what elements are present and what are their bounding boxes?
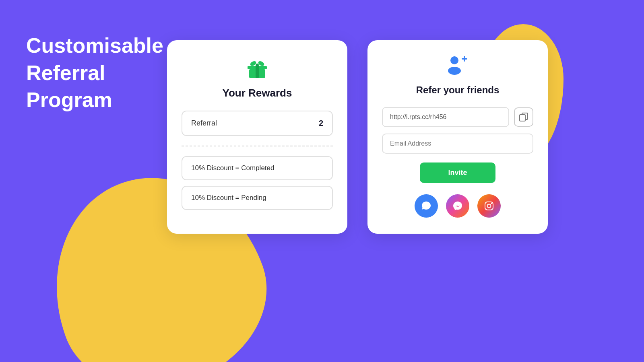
gift-icon [244,55,270,80]
refer-title: Refer your friends [416,84,500,96]
svg-rect-13 [520,115,525,121]
add-friend-icon [446,53,470,77]
referral-count: 2 [319,119,323,128]
reward-item-1: 10% Discount = Completed [182,156,333,180]
hero-line3: Program [26,88,112,111]
hero-text-block: Customisable Referral Program [26,32,163,114]
email-input[interactable] [382,134,533,154]
svg-point-15 [487,204,491,208]
svg-rect-11 [464,56,465,62]
messenger-share-button[interactable] [446,194,469,218]
cards-area: Your Rewards Referral 2 10% Discount = C… [167,40,548,234]
instagram-share-button[interactable] [477,194,501,218]
divider [182,146,333,146]
copy-link-button[interactable] [514,107,533,127]
svg-point-16 [491,203,492,204]
referral-row: Referral 2 [182,111,333,136]
hero-line1: Customisable [26,34,163,57]
copy-icon [519,113,528,121]
referral-label: Referral [191,119,217,128]
chat-icon [421,201,431,211]
social-row [415,194,501,218]
rewards-title: Your Rewards [223,87,292,99]
refer-card: Refer your friends Invite [367,40,548,234]
rewards-card: Your Rewards Referral 2 10% Discount = C… [167,40,347,234]
messenger-icon [452,201,463,211]
reward-item-2: 10% Discount = Pending [182,186,333,210]
instagram-icon [484,201,494,211]
svg-point-7 [256,64,259,67]
svg-point-8 [450,56,458,64]
hero-line2: Referral [26,61,105,84]
referral-link-input[interactable] [382,107,509,127]
invite-button[interactable]: Invite [420,162,495,183]
chat-share-button[interactable] [415,194,438,218]
svg-point-9 [448,67,461,75]
link-row [382,107,533,127]
